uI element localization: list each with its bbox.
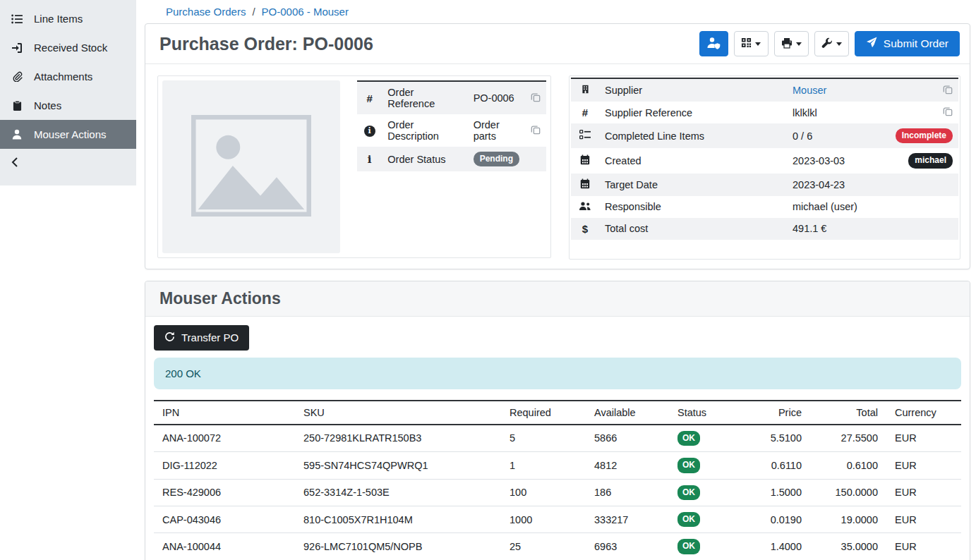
- detail-value: lklklkl: [787, 102, 890, 123]
- paperclip-icon: [11, 71, 23, 82]
- order-details-box: # Order Reference PO-0006 i Order Descri…: [157, 75, 551, 258]
- cell-ipn: CAP-043046: [154, 506, 295, 532]
- list-icon: [11, 14, 23, 24]
- sidebar-item-label: Notes: [34, 99, 61, 111]
- copy-icon[interactable]: [943, 85, 953, 95]
- sidebar-item-attachments[interactable]: Attachments: [0, 62, 136, 91]
- supplier-link[interactable]: Mouser: [793, 85, 826, 96]
- breadcrumb-link-purchase-orders[interactable]: Purchase Orders: [166, 6, 246, 18]
- table-row: CAP-043046 810-C1005X7R1H104M 1000 33321…: [154, 506, 961, 532]
- detail-value: 2023-03-03: [787, 148, 890, 173]
- detail-label: Responsible: [599, 196, 787, 218]
- purchase-order-body: # Order Reference PO-0006 i Order Descri…: [145, 64, 970, 269]
- cell-available: 6963: [586, 533, 669, 560]
- printer-icon: [781, 37, 793, 51]
- column-header-sku: SKU: [295, 401, 501, 425]
- user-icon: [11, 129, 23, 140]
- status-alert: 200 OK: [154, 358, 961, 389]
- copy-icon[interactable]: [531, 92, 541, 102]
- user-actions-button[interactable]: [699, 31, 728, 56]
- mouser-actions-panel: Mouser Actions Transfer PO 200 OK: [145, 281, 970, 560]
- dollar-icon: $: [582, 223, 588, 235]
- cell-currency: EUR: [886, 533, 961, 560]
- sidebar-collapse-button[interactable]: [0, 149, 136, 177]
- transfer-po-button[interactable]: Transfer PO: [154, 325, 249, 351]
- toolbar: Submit Order: [699, 31, 960, 56]
- table-row: DIG-112022 595-SN74HCS74QPWRQ1 1 4812 OK…: [154, 452, 961, 479]
- cell-required: 100: [501, 479, 586, 506]
- column-header-currency: Currency: [886, 401, 961, 425]
- cell-currency: EUR: [886, 506, 961, 532]
- sidebar-item-label: Line Items: [34, 13, 83, 25]
- list-check-icon: [579, 130, 591, 142]
- order-actions-dropdown[interactable]: [814, 31, 849, 56]
- cell-ipn: RES-429006: [154, 479, 295, 506]
- order-details-table-wrap: # Order Reference PO-0006 i Order Descri…: [357, 80, 546, 253]
- copy-icon[interactable]: [943, 106, 953, 116]
- cell-price: 1.4000: [740, 533, 810, 560]
- detail-label: Total cost: [599, 218, 787, 240]
- part-image-placeholder: [162, 80, 340, 253]
- print-actions-dropdown[interactable]: [774, 31, 809, 56]
- table-row: # Order Reference PO-0006: [357, 81, 546, 114]
- ok-badge: OK: [677, 485, 700, 500]
- sidebar-item-received-stock[interactable]: Received Stock: [0, 33, 136, 62]
- column-header-status: Status: [669, 401, 740, 425]
- cell-required: 5: [501, 425, 586, 452]
- clipboard-icon: [11, 100, 23, 111]
- sidebar-item-line-items[interactable]: Line Items: [0, 4, 136, 33]
- column-header-ipn: IPN: [154, 401, 295, 425]
- column-header-available: Available: [586, 401, 669, 425]
- detail-value: 2023-04-23: [787, 174, 890, 196]
- ok-badge: OK: [677, 458, 700, 473]
- qrcode-icon: [741, 37, 752, 50]
- table-row: ANA-100072 250-72981KLRATR150B3 5 5866 O…: [154, 425, 961, 452]
- detail-value: 491.1 €: [787, 218, 890, 240]
- cell-total: 35.0000: [810, 533, 886, 560]
- column-header-required: Required: [501, 401, 586, 425]
- transfer-po-label: Transfer PO: [181, 331, 239, 343]
- barcode-actions-dropdown[interactable]: [734, 31, 769, 56]
- table-row: ANA-100044 926-LMC7101QM5/NOPB 25 6963 O…: [154, 533, 961, 560]
- ok-badge: OK: [677, 431, 700, 446]
- sidebar: Line Items Received Stock Attachments No…: [0, 0, 136, 560]
- info-icon: i: [368, 153, 372, 166]
- submit-order-button[interactable]: Submit Order: [855, 31, 960, 56]
- incomplete-badge: Incomplete: [896, 128, 953, 143]
- breadcrumb-separator: /: [252, 6, 255, 18]
- table-row: Target Date 2023-04-23: [571, 174, 958, 196]
- cell-sku: 810-C1005X7R1H104M: [295, 506, 501, 532]
- detail-label: Supplier Reference: [599, 102, 787, 123]
- sidebar-item-label: Attachments: [34, 71, 92, 83]
- sidebar-item-mouser-actions[interactable]: Mouser Actions: [0, 120, 136, 149]
- hash-icon: #: [366, 92, 372, 104]
- table-header-row: IPN SKU Required Available Status Price …: [154, 401, 961, 425]
- cell-sku: 652-3314Z-1-503E: [295, 479, 501, 506]
- order-details-table: # Order Reference PO-0006 i Order Descri…: [357, 80, 546, 171]
- purchase-order-header: Purchase Order: PO-0006: [145, 24, 970, 64]
- cell-currency: EUR: [886, 425, 961, 452]
- chevron-left-icon: [11, 157, 18, 169]
- breadcrumb-link-po-0006[interactable]: PO-0006 - Mouser: [262, 6, 349, 18]
- cell-sku: 250-72981KLRATR150B3: [295, 425, 501, 452]
- building-icon: [581, 85, 590, 97]
- sidebar-item-notes[interactable]: Notes: [0, 91, 136, 120]
- detail-label: Order Description: [382, 114, 467, 147]
- cell-required: 1: [501, 452, 586, 479]
- image-placeholder-icon: [191, 113, 311, 221]
- detail-value: Order parts: [468, 114, 525, 147]
- table-row: Supplier Mouser: [571, 78, 958, 102]
- cell-total: 19.0000: [810, 506, 886, 532]
- user-shield-icon: [706, 37, 721, 51]
- supplier-details-box: Supplier Mouser # Supplier Reference lkl…: [569, 75, 960, 260]
- hash-icon: #: [582, 106, 588, 118]
- detail-value: PO-0006: [468, 81, 525, 114]
- wrench-icon: [821, 37, 833, 51]
- users-icon: [579, 202, 591, 213]
- cell-total: 150.0000: [810, 479, 886, 506]
- sidebar-item-label: Received Stock: [34, 42, 107, 54]
- cell-required: 25: [501, 533, 586, 560]
- cell-total: 0.6100: [810, 452, 886, 479]
- table-row: # Supplier Reference lklklkl: [571, 102, 958, 123]
- copy-icon[interactable]: [531, 125, 541, 135]
